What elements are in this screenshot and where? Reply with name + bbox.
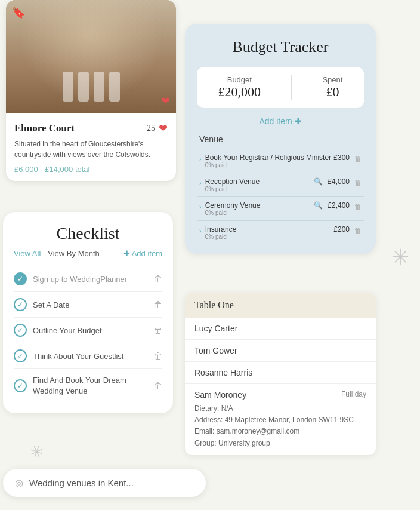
budget-item-price-1: £4,000: [328, 177, 350, 186]
trash-icon-2[interactable]: 🗑: [354, 202, 362, 211]
table-card: Table One Lucy Carter Tom Gower Rosanne …: [185, 293, 376, 455]
checklist-item-text-3: Think About Your Guestlist: [33, 352, 123, 361]
check-circle-1[interactable]: [14, 298, 27, 311]
checklist-item-text-2: Outline Your Budget: [33, 326, 102, 335]
budget-amounts: Budget £20,000 Spent £0: [197, 67, 364, 108]
trash-icon-cl-3[interactable]: 🗑: [154, 351, 162, 361]
budget-item-name-2: Ceremony Venue: [205, 201, 261, 210]
checklist-item-1: Set A Date 🗑: [14, 292, 162, 318]
chevron-right-icon-1: ›: [199, 179, 202, 186]
budget-item-paid-3: 0% paid: [205, 234, 237, 240]
budget-item-3: › Insurance 0% paid £200 🗑: [197, 220, 364, 244]
bookmark-icon: 🔖: [12, 6, 25, 19]
spent-value: £0: [322, 84, 342, 100]
budget-value: £20,000: [218, 84, 261, 100]
table-row-name-3: Sam Moroney: [194, 390, 246, 400]
chevron-right-icon: ›: [199, 155, 202, 162]
budget-section-label: Venue: [197, 134, 364, 144]
table-card-rows: Lucy Carter Tom Gower Rosanne Harris Sam…: [185, 318, 376, 455]
table-row-2: Rosanne Harris: [185, 362, 376, 384]
budget-item-price-0: £300: [333, 153, 350, 162]
check-circle-2[interactable]: [14, 324, 27, 337]
venue-card-price: £6,000 - £14,000 total: [14, 165, 168, 174]
table-row-1: Tom Gower: [185, 340, 376, 362]
trash-icon-cl-1[interactable]: 🗑: [154, 300, 162, 309]
trash-icon-cl-4[interactable]: 🗑: [154, 381, 162, 391]
budget-item-2: › Ceremony Venue 0% paid 🔍 £2,400 🗑: [197, 196, 364, 220]
budget-item-price-3: £200: [333, 225, 350, 234]
checklist-item-3: Think About Your Guestlist 🗑: [14, 343, 162, 369]
search-input-value[interactable]: Wedding venues in Kent...: [29, 478, 134, 488]
full-day-badge: Full day: [341, 390, 366, 400]
add-item-button[interactable]: Add item ✚: [197, 116, 364, 126]
table-row-name-0: Lucy Carter: [194, 324, 237, 333]
sparkle-decoration-2: ✳: [27, 441, 47, 464]
table-card-header: Table One: [185, 293, 376, 318]
budget-item-paid-0: 0% paid: [205, 162, 331, 168]
budget-item-name-1: Reception Venue: [205, 177, 260, 186]
venue-card-description: Situated in the heart of Gloucestershire…: [14, 139, 168, 160]
view-all-link[interactable]: View All: [14, 249, 41, 258]
budget-item-name-3: Insurance: [205, 225, 237, 234]
budget-label: Budget: [218, 75, 261, 84]
chevron-right-icon-2: ›: [199, 203, 202, 210]
venue-card: 🔖 ❤ Elmore Court 25 ❤ Situated in the he…: [6, 0, 176, 181]
table-row-0: Lucy Carter: [185, 318, 376, 340]
budget-amount-spent: Spent £0: [322, 75, 342, 100]
trash-icon-1[interactable]: 🗑: [354, 179, 362, 187]
budget-item-price-2: £2,400: [328, 201, 350, 210]
checklist-item-2: Outline Your Budget 🗑: [14, 318, 162, 343]
check-circle-3[interactable]: [14, 349, 27, 362]
spent-label: Spent: [322, 75, 342, 84]
checklist-item-4: Find And Book Your Dream Wedding Venue 🗑: [14, 369, 162, 403]
checklist-item-text-4: Find And Book Your Dream Wedding Venue: [33, 375, 154, 397]
budget-item-1: › Reception Venue 0% paid 🔍 £4,000 🗑: [197, 173, 364, 196]
venue-card-guests: 25 ❤: [147, 122, 168, 135]
search-bar[interactable]: ◎ Wedding venues in Kent...: [3, 469, 206, 497]
trash-icon-cl-0[interactable]: 🗑: [154, 274, 162, 284]
budget-tracker: Budget Tracker Budget £20,000 Spent £0 A…: [185, 24, 376, 254]
heart-filled-icon: ❤: [159, 122, 168, 135]
checklist-item-text-1: Set A Date: [33, 300, 69, 309]
checklist-nav: View All View By Month ✚ Add item: [14, 249, 162, 258]
trash-icon-0[interactable]: 🗑: [354, 155, 362, 163]
budget-item-name-0: Book Your Registrar / Religious Minister: [205, 153, 331, 162]
chevron-right-icon-3: ›: [199, 227, 202, 234]
trash-icon-cl-2[interactable]: 🗑: [154, 325, 162, 335]
checklist-item-text-0: Sign up to WeddingPlanner: [33, 275, 127, 284]
search-icon: ◎: [15, 477, 23, 489]
check-circle-4[interactable]: [14, 379, 27, 392]
checklist-card: Checklist View All View By Month ✚ Add i…: [3, 212, 173, 413]
checklist-title: Checklist: [14, 224, 162, 243]
venue-card-body: Elmore Court 25 ❤ Situated in the heart …: [6, 113, 176, 181]
magnify-icon-2: 🔍: [314, 201, 323, 210]
checklist-item-0: Sign up to WeddingPlanner 🗑: [14, 266, 162, 292]
view-by-month: View By Month: [48, 249, 99, 258]
table-row-3: Sam Moroney Full day Dietary: N/A Addres…: [185, 384, 376, 455]
heart-icon-image: ❤: [161, 94, 170, 107]
table-row-name-2: Rosanne Harris: [194, 368, 252, 377]
venue-card-image: 🔖 ❤: [6, 0, 176, 113]
venue-card-title: Elmore Court: [14, 122, 75, 134]
table-row-detail-3: Dietary: N/A Address: 49 Mapletree Manor…: [194, 403, 354, 449]
budget-item-0: › Book Your Registrar / Religious Minist…: [197, 149, 364, 173]
check-circle-0[interactable]: [14, 272, 27, 285]
budget-tracker-title: Budget Tracker: [197, 38, 364, 56]
add-item-checklist-button[interactable]: ✚ Add item: [123, 249, 162, 258]
budget-divider: [291, 75, 292, 100]
checklist-items-list: Sign up to WeddingPlanner 🗑 Set A Date 🗑…: [14, 266, 162, 403]
sparkle-decoration-1: ✳: [391, 245, 409, 270]
trash-icon-3[interactable]: 🗑: [354, 226, 362, 235]
budget-amount-budget: Budget £20,000: [218, 75, 261, 100]
venue-card-title-row: Elmore Court 25 ❤: [14, 122, 168, 135]
budget-item-paid-2: 0% paid: [205, 210, 261, 216]
table-row-name-1: Tom Gower: [194, 346, 237, 355]
budget-item-paid-1: 0% paid: [205, 186, 260, 192]
budget-items-list: › Book Your Registrar / Religious Minist…: [197, 149, 364, 244]
magnify-icon-1: 🔍: [314, 177, 323, 186]
